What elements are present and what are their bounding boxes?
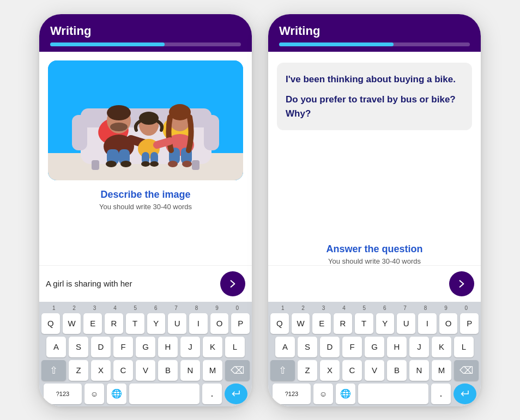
kb-space-key[interactable] <box>129 384 199 404</box>
instruction-section-1: Describe the image You should write 30-4… <box>39 180 252 211</box>
kb-key-k[interactable]: K <box>203 337 222 357</box>
kb-dot-key[interactable]: . <box>202 384 222 404</box>
kb-num[interactable]: 1 <box>44 305 64 311</box>
kb-shift-key[interactable]: ⇧ <box>41 360 66 381</box>
kb-backspace-key[interactable]: ⌫ <box>225 360 250 381</box>
chevron-right-icon-1 <box>227 278 238 289</box>
kb-num[interactable]: 8 <box>186 305 207 311</box>
kb-key-k2[interactable]: K <box>432 337 451 357</box>
kb-key-w[interactable]: W <box>63 313 81 334</box>
kb-key-w2[interactable]: W <box>292 313 310 334</box>
kb-symbols-key-2[interactable]: ?123 <box>273 384 311 404</box>
kb-num[interactable]: 9 <box>207 305 227 311</box>
kb-key-r2[interactable]: R <box>334 313 352 334</box>
kb-key-r[interactable]: R <box>105 313 123 334</box>
kb-key-g2[interactable]: G <box>365 337 384 357</box>
kb-key-f2[interactable]: F <box>342 337 362 357</box>
kb-key-i2[interactable]: I <box>418 313 437 334</box>
kb-key-s2[interactable]: S <box>298 337 317 357</box>
kb-key-d[interactable]: D <box>91 337 111 357</box>
kb-key-h[interactable]: H <box>158 337 178 357</box>
kb-num[interactable]: 2 <box>64 305 84 311</box>
kb-key-x2[interactable]: X <box>320 360 340 381</box>
text-input-1[interactable] <box>46 274 215 294</box>
kb-space-key-2[interactable] <box>358 384 428 404</box>
kb-num[interactable]: 7 <box>395 305 415 311</box>
kb-num[interactable]: 6 <box>146 305 166 311</box>
kb-key-j[interactable]: J <box>180 337 200 357</box>
kb-key-d2[interactable]: D <box>320 337 340 357</box>
kb-key-b2[interactable]: B <box>387 360 407 381</box>
kb-key-l2[interactable]: L <box>454 337 474 357</box>
kb-enter-key-2[interactable] <box>454 384 476 404</box>
kb-key-j2[interactable]: J <box>409 337 429 357</box>
kb-key-b[interactable]: B <box>158 360 178 381</box>
kb-num[interactable]: 7 <box>166 305 186 311</box>
kb-num[interactable]: 9 <box>436 305 456 311</box>
kb-num[interactable]: 8 <box>415 305 436 311</box>
kb-row-asdf: A S D F G H J K L <box>41 337 250 357</box>
kb-key-o[interactable]: O <box>210 313 229 334</box>
kb-num[interactable]: 1 <box>273 305 293 311</box>
kb-num[interactable]: 0 <box>227 305 247 311</box>
kb-key-m2[interactable]: M <box>432 360 451 381</box>
kb-key-n[interactable]: N <box>180 360 200 381</box>
kb-key-q2[interactable]: Q <box>270 313 289 334</box>
kb-key-h2[interactable]: H <box>387 337 407 357</box>
kb-key-v[interactable]: V <box>136 360 155 381</box>
kb-key-z2[interactable]: Z <box>298 360 317 381</box>
kb-num[interactable]: 6 <box>374 305 395 311</box>
kb-key-g[interactable]: G <box>136 337 155 357</box>
kb-key-o2[interactable]: O <box>439 313 458 334</box>
kb-num[interactable]: 4 <box>105 305 125 311</box>
kb-num[interactable]: 0 <box>456 305 476 311</box>
svg-point-14 <box>120 161 131 167</box>
kb-key-y[interactable]: Y <box>147 313 166 334</box>
kb-num[interactable]: 3 <box>84 305 105 311</box>
kb-key-c2[interactable]: C <box>342 360 362 381</box>
kb-emoji-key[interactable]: ☺ <box>84 384 104 404</box>
kb-key-a2[interactable]: A <box>275 337 295 357</box>
kb-key-q[interactable]: Q <box>41 313 60 334</box>
kb-key-l[interactable]: L <box>225 337 245 357</box>
kb-backspace-key-2[interactable]: ⌫ <box>454 360 479 381</box>
kb-key-u[interactable]: U <box>168 313 186 334</box>
kb-emoji-key-2[interactable]: ☺ <box>313 384 333 404</box>
kb-shift-key-2[interactable]: ⇧ <box>270 360 295 381</box>
kb-key-y2[interactable]: Y <box>376 313 395 334</box>
kb-symbols-key[interactable]: ?123 <box>44 384 82 404</box>
kb-key-i[interactable]: I <box>189 313 208 334</box>
kb-key-c[interactable]: C <box>113 360 133 381</box>
kb-key-z[interactable]: Z <box>69 360 88 381</box>
text-input-2[interactable] <box>275 274 444 294</box>
kb-num[interactable]: 2 <box>293 305 313 311</box>
kb-enter-key[interactable] <box>225 384 247 404</box>
kb-key-t[interactable]: T <box>126 313 144 334</box>
progress-bar-bg-1 <box>50 42 241 46</box>
kb-num[interactable]: 3 <box>313 305 334 311</box>
kb-key-e2[interactable]: E <box>312 313 331 334</box>
kb-key-t2[interactable]: T <box>355 313 373 334</box>
kb-num[interactable]: 5 <box>354 305 374 311</box>
kb-num[interactable]: 5 <box>125 305 146 311</box>
keyboard-1: 1 2 3 4 5 6 7 8 9 0 Q W E R T Y U I O <box>39 302 252 406</box>
send-button-1[interactable] <box>220 271 245 296</box>
kb-globe-key[interactable]: 🌐 <box>107 384 126 404</box>
kb-num[interactable]: 4 <box>334 305 354 311</box>
kb-key-f[interactable]: F <box>113 337 133 357</box>
kb-key-s[interactable]: S <box>69 337 88 357</box>
kb-key-v2[interactable]: V <box>365 360 384 381</box>
kb-key-a[interactable]: A <box>46 337 66 357</box>
kb-key-p2[interactable]: P <box>460 313 479 334</box>
send-button-2[interactable] <box>449 271 474 296</box>
kb-key-p[interactable]: P <box>231 313 250 334</box>
kb-key-u2[interactable]: U <box>397 313 415 334</box>
kb-key-n2[interactable]: N <box>409 360 429 381</box>
kb-key-e[interactable]: E <box>83 313 102 334</box>
question-line-2: Do you prefer to travel by bus or bike? … <box>286 93 463 120</box>
kb-key-x[interactable]: X <box>91 360 111 381</box>
kb-key-m[interactable]: M <box>203 360 222 381</box>
kb-globe-key-2[interactable]: 🌐 <box>336 384 355 404</box>
svg-point-13 <box>106 161 117 167</box>
kb-dot-key-2[interactable]: . <box>431 384 451 404</box>
